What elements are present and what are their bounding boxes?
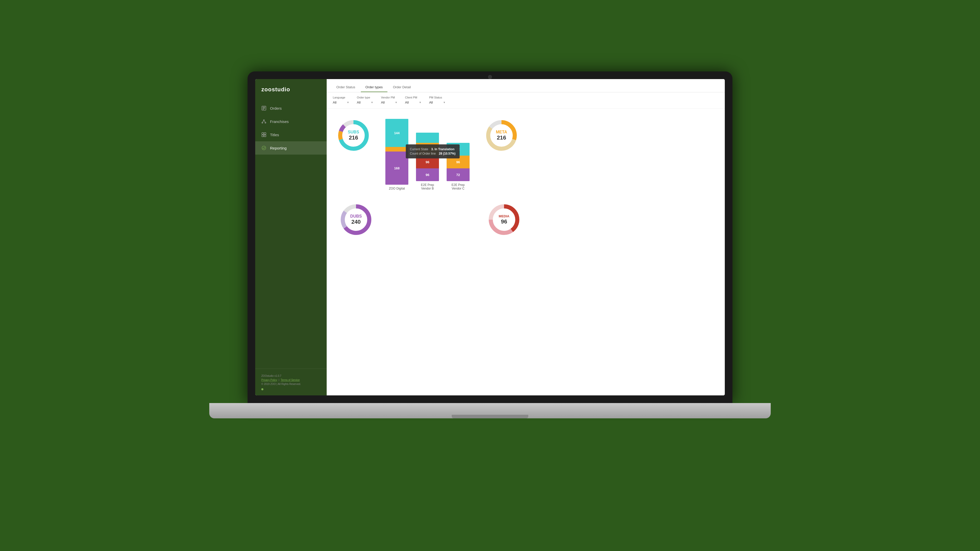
bar-zoo-digital-seg3: 168 <box>385 151 408 185</box>
svg-rect-12 <box>264 135 266 137</box>
filter-order-type: Order type All ▼ <box>357 96 373 105</box>
bar-e2e-vendor-b-label: E2E PrepVendor B <box>421 183 434 190</box>
bar-e2e-vendor-c-label: E2E PrepVendor C <box>452 183 465 190</box>
laptop-screen: zoostudio Orders <box>255 79 725 395</box>
filter-order-type-value: All <box>357 100 360 104</box>
donut-meta-abbr: META <box>496 130 507 135</box>
svg-point-5 <box>262 122 263 123</box>
sidebar-nav: Orders Franchises <box>255 99 327 368</box>
laptop-screen-bezel: zoostudio Orders <box>248 71 732 403</box>
laptop-camera <box>488 75 492 79</box>
svg-rect-11 <box>262 135 264 137</box>
charts-row-2: DUBS 240 <box>337 200 714 239</box>
filter-order-type-select[interactable]: All ▼ <box>357 100 373 105</box>
bar-e2e-b-seg2: 96 <box>416 143 439 156</box>
filter-client-pm-label: Client PM <box>405 96 422 99</box>
svg-line-8 <box>264 121 266 122</box>
donut-media-label: MEDIA 96 <box>499 214 509 225</box>
filter-client-pm: Client PM All ▼ <box>405 96 422 105</box>
bar-zoo-digital: 144 168 ZOO Digital <box>385 119 408 190</box>
donut-dubs-chart: DUBS 240 <box>339 203 372 236</box>
filter-client-pm-arrow: ▼ <box>419 101 422 104</box>
filter-vendor-pm-value: All <box>381 100 385 104</box>
filter-language-label: Language <box>333 96 349 99</box>
filter-order-type-arrow: ▼ <box>371 101 373 104</box>
donut-meta-count: 216 <box>496 135 507 141</box>
donut-media-count: 96 <box>499 218 509 225</box>
franchises-icon <box>261 119 266 124</box>
donut-subs: SUBS 216 <box>337 119 370 152</box>
filter-pm-status-arrow: ▼ <box>443 101 445 104</box>
donut-subs-label: SUBS 216 <box>348 130 359 141</box>
bar-e2e-vendor-b: 96 96 96 E2E PrepVendor B <box>416 133 439 190</box>
sidebar-item-label-titles: Titles <box>270 133 279 137</box>
filter-language-arrow: ▼ <box>347 101 349 104</box>
tab-order-status[interactable]: Order Status <box>332 82 360 92</box>
filter-pm-status-label: PM Status <box>429 96 445 99</box>
sidebar-item-label-franchises: Franchises <box>270 119 289 124</box>
filters-bar: Language All ▼ Order type All ▼ <box>327 92 725 109</box>
tab-order-detail[interactable]: Order Detail <box>388 82 415 92</box>
sidebar-item-orders[interactable]: Orders <box>255 102 327 115</box>
tabs-bar: Order Status Order types Order Detail <box>327 79 725 92</box>
logo-text-bold: zoo <box>261 86 272 93</box>
filter-pm-status: PM Status All ▼ <box>429 96 445 105</box>
donut-dubs: DUBS 240 <box>339 203 372 236</box>
svg-point-13 <box>262 146 266 150</box>
sidebar-item-reporting[interactable]: Reporting <box>255 141 327 155</box>
bar-zoo-digital-seg1: 144 <box>385 119 408 147</box>
filter-vendor-pm-select[interactable]: All ▼ <box>381 100 397 105</box>
donut-dubs-abbr: DUBS <box>350 214 362 219</box>
donut-subs-chart: SUBS 216 <box>337 119 370 152</box>
bar-e2e-vendor-c-stack: 72 96 72 <box>447 143 469 181</box>
bar-e2e-vendor-c: 72 96 72 E2E PrepVendor C <box>447 143 469 190</box>
tab-order-types[interactable]: Order types <box>361 82 387 92</box>
app-version: ZOOstudio v1.0.7 <box>261 374 321 378</box>
bar-e2e-b-seg1 <box>416 133 439 143</box>
sidebar: zoostudio Orders <box>255 79 327 395</box>
donut-dubs-label: DUBS 240 <box>350 214 362 225</box>
copyright: © 2019 ZOO | All Rights Reserved. <box>261 382 321 386</box>
terms-link[interactable]: Terms of Service <box>281 379 300 381</box>
laptop-base <box>209 403 771 418</box>
filter-language-value: All <box>333 100 336 104</box>
donut-media-abbr: MEDIA <box>499 214 509 218</box>
bar-zoo-digital-seg2 <box>385 147 408 151</box>
status-dot <box>261 388 263 390</box>
bar-e2e-b-seg4: 96 <box>416 168 439 181</box>
filter-vendor-pm-arrow: ▼ <box>395 101 397 104</box>
svg-point-6 <box>265 122 266 123</box>
filter-pm-status-value: All <box>429 100 433 104</box>
donut-meta-label: META 216 <box>496 130 507 141</box>
bar-e2e-b-seg3: 96 <box>416 156 439 168</box>
bar-e2e-c-seg2: 96 <box>447 156 469 168</box>
privacy-link[interactable]: Privacy Policy <box>261 379 277 381</box>
sidebar-item-franchises[interactable]: Franchises <box>255 115 327 128</box>
bar-zoo-digital-stack: 144 168 <box>385 119 408 185</box>
svg-rect-2 <box>262 108 265 108</box>
filter-vendor-pm: Vendor PM All ▼ <box>381 96 397 105</box>
charts-area: SUBS 216 Current State 3. <box>327 109 725 395</box>
filter-pm-status-select[interactable]: All ▼ <box>429 100 445 105</box>
bar-zoo-digital-label: ZOO Digital <box>389 187 405 190</box>
sidebar-item-titles[interactable]: Titles <box>255 128 327 141</box>
sidebar-item-label-orders: Orders <box>270 106 282 110</box>
bar-charts-region: Current State 3. In Translation Count of… <box>385 119 469 190</box>
filter-client-pm-select[interactable]: All ▼ <box>405 100 422 105</box>
bar-e2e-c-seg3: 72 <box>447 168 469 181</box>
filter-client-pm-value: All <box>405 100 409 104</box>
filter-language: Language All ▼ <box>333 96 349 105</box>
filter-language-select[interactable]: All ▼ <box>333 100 349 105</box>
logo-text-light: studio <box>272 86 290 93</box>
svg-rect-9 <box>262 133 264 135</box>
svg-rect-1 <box>262 107 265 107</box>
sidebar-item-label-reporting: Reporting <box>270 146 286 150</box>
main-content: Order Status Order types Order Detail La… <box>327 79 725 395</box>
laptop-outer: zoostudio Orders <box>209 71 771 480</box>
donut-subs-abbr: SUBS <box>348 130 359 135</box>
reporting-icon <box>261 145 266 151</box>
filter-order-type-label: Order type <box>357 96 373 99</box>
donut-meta-chart: META 216 <box>485 119 518 152</box>
filter-vendor-pm-label: Vendor PM <box>381 96 397 99</box>
svg-line-7 <box>262 121 264 122</box>
